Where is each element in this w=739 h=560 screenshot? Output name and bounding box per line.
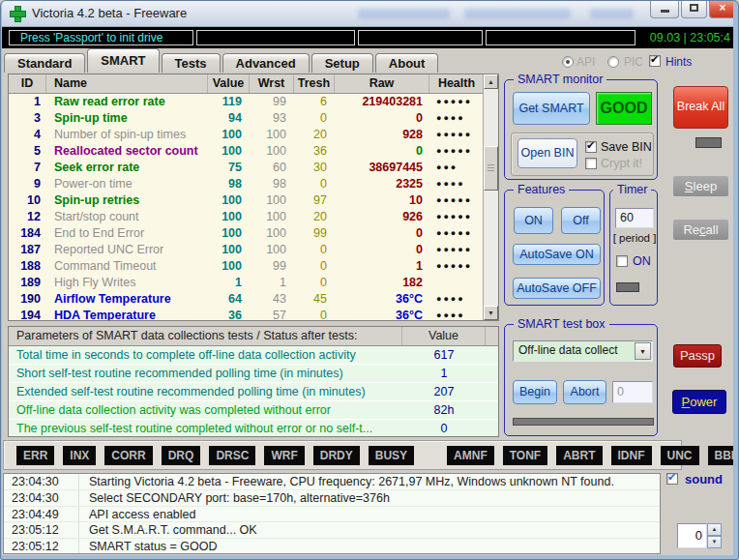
sleep-button[interactable]: Sleep: [672, 175, 729, 197]
table-row[interactable]: 194HDA Temperature3657036°C●●●●: [9, 308, 498, 321]
minimize-button[interactable]: [650, 0, 679, 18]
cell-name: End to End Error: [46, 225, 208, 242]
table-row[interactable]: 4Number of spin-up times10010020928●●●●●: [9, 127, 498, 143]
table-row[interactable]: 188Command Timeout1009901●●●●●: [9, 258, 498, 275]
scroll-thumb[interactable]: [484, 146, 498, 191]
status-bar: Press 'Passport' to init drive 09.03 | 2…: [2, 27, 733, 48]
params-row[interactable]: Total time in seconds to complete off-li…: [9, 346, 498, 365]
value-spinner: 0 ▲ ▼: [677, 523, 722, 548]
cell-id: 5: [9, 143, 46, 160]
test-type-select[interactable]: Off-line data collect ▼: [513, 340, 653, 362]
green-plus-icon: [10, 6, 24, 20]
check-icon: ✔: [586, 139, 595, 152]
hints-checkbox[interactable]: ✔: [649, 55, 661, 67]
spinner-up-button[interactable]: ▲: [707, 523, 722, 536]
chevron-down-icon[interactable]: ▼: [635, 342, 651, 360]
autosave-on-button[interactable]: AutoSave ON: [513, 244, 601, 265]
vertical-scrollbar[interactable]: ▲ ▼: [483, 74, 498, 320]
param-value: 617: [402, 346, 486, 364]
column-header: Health: [429, 74, 485, 93]
passport-button[interactable]: Passp: [673, 344, 722, 368]
background-window-artifact: [590, 9, 634, 19]
cell-name: Airflow Temperature: [46, 291, 208, 308]
flag-drq: DRQ: [162, 446, 201, 465]
test-counter-input[interactable]: 0: [612, 381, 653, 403]
table-row[interactable]: 3Spin-up time949300●●●●: [9, 110, 498, 127]
table-row[interactable]: 190Airflow Temperature64434536°C●●●●: [9, 291, 498, 308]
tab-smart[interactable]: SMART: [87, 48, 159, 73]
spinner-value[interactable]: 0: [677, 523, 707, 548]
save-bin-checkbox[interactable]: ✔: [585, 141, 597, 153]
cell-tresh: 97: [294, 192, 335, 209]
background-window-artifact: [358, 9, 450, 19]
crypt-checkbox[interactable]: [585, 158, 597, 169]
timer-period-input[interactable]: 60: [615, 208, 654, 228]
maximize-button[interactable]: [681, 0, 707, 18]
flag-err: ERR: [16, 446, 54, 465]
flag-tonf: TONF: [503, 446, 547, 465]
params-row[interactable]: Extended self-test routine recommended p…: [9, 383, 498, 401]
abort-button[interactable]: Abort: [563, 380, 606, 404]
table-row[interactable]: 189High Fly Writes110182: [9, 275, 498, 291]
log-row: 23:04:30Select SECONDARY port: base=170h…: [4, 490, 660, 507]
features-on-button[interactable]: ON: [514, 207, 553, 234]
cell-tresh: 0: [294, 176, 335, 192]
tab-advanced[interactable]: Advanced: [222, 53, 310, 73]
cell-id: 4: [9, 127, 46, 143]
check-icon: ✔: [650, 53, 659, 66]
flag-abrt: ABRT: [556, 446, 602, 465]
power-button[interactable]: Power: [672, 390, 726, 414]
begin-button[interactable]: Begin: [513, 380, 557, 404]
log-text: API access enabled: [79, 507, 660, 522]
scroll-up-button[interactable]: ▲: [484, 74, 498, 89]
get-smart-button[interactable]: Get SMART: [513, 92, 590, 125]
activity-led-indicator: [695, 137, 722, 148]
table-row[interactable]: 5Reallocated sector count100100360●●●●●: [9, 143, 498, 160]
tab-standard[interactable]: Standard: [4, 53, 85, 73]
params-row[interactable]: Off-line data collection activity was co…: [9, 401, 498, 420]
tab-setup[interactable]: Setup: [311, 53, 373, 73]
tab-about[interactable]: About: [375, 53, 439, 73]
param-value: 82h: [402, 401, 486, 419]
scroll-down-button[interactable]: ▼: [484, 306, 498, 320]
autosave-off-button[interactable]: AutoSave OFF: [513, 278, 601, 299]
cell-raw: 0: [335, 143, 429, 160]
cell-raw: 926: [335, 209, 429, 225]
table-row[interactable]: 1Raw read error rate119996219403281●●●●●: [9, 94, 498, 110]
cell-raw: 2325: [335, 176, 429, 192]
break-all-button[interactable]: Break All: [673, 86, 728, 129]
cell-wrst: 100: [250, 209, 294, 225]
cell-tresh: 20: [294, 127, 335, 143]
cell-id: 1: [9, 94, 46, 110]
timer-period-label: [ period ]: [610, 232, 659, 244]
recall-button[interactable]: Recall: [672, 219, 729, 241]
params-row[interactable]: The previous self-test routine completed…: [9, 420, 498, 437]
pic-radio[interactable]: [607, 56, 619, 68]
timer-on-checkbox[interactable]: [616, 255, 628, 267]
test-progress-bar: [513, 418, 654, 426]
api-radio[interactable]: [562, 56, 574, 68]
table-row[interactable]: 10Spin-up retries1001009710●●●●●: [9, 192, 498, 209]
table-row[interactable]: 7Seek error rate75603038697445●●●: [9, 160, 498, 176]
cell-id: 194: [9, 308, 46, 321]
cell-raw: 0: [335, 242, 429, 258]
hints-checkbox-label: Hints: [665, 55, 692, 69]
features-title: Features: [514, 183, 569, 196]
features-off-button[interactable]: Off: [561, 207, 601, 234]
table-row[interactable]: 184End to End Error100100990●●●●●: [9, 225, 498, 242]
table-row[interactable]: 12Start/stop count10010020926●●●●●: [9, 209, 498, 225]
bin-panel: Open BIN ✔ Save BIN Crypt it!: [511, 133, 654, 176]
sound-checkbox[interactable]: ✔: [666, 473, 678, 485]
table-row[interactable]: 9Power-on time989802325●●●●: [9, 176, 498, 192]
open-bin-button[interactable]: Open BIN: [517, 138, 577, 168]
cell-raw: 0: [335, 110, 429, 127]
cell-value: 98: [208, 176, 250, 192]
cell-raw: 36°C: [335, 308, 429, 321]
cell-id: 7: [9, 160, 46, 176]
health-dots: ●●●●: [429, 308, 485, 321]
table-row[interactable]: 187Reported UNC Error10010000●●●●●: [9, 242, 498, 258]
tab-tests[interactable]: Tests: [162, 53, 221, 73]
params-row[interactable]: Short self-test routine recommended poll…: [9, 365, 498, 383]
close-button[interactable]: ×: [709, 0, 736, 18]
spinner-down-button[interactable]: ▼: [707, 536, 722, 548]
